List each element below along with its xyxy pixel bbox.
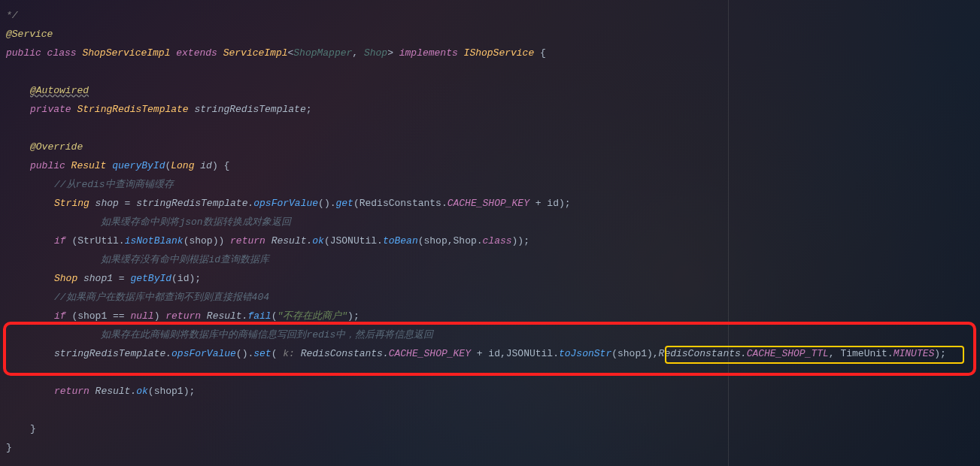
code-line[interactable]: // 如果缓存命中则将json数据转换成对象返回 — [6, 213, 980, 231]
code-line[interactable]: if (shop1 == null) return Result.fail("不… — [6, 307, 980, 325]
blank-line[interactable] — [6, 401, 980, 419]
blank-line[interactable] — [6, 119, 980, 138]
code-line[interactable]: public class ShopServiceImpl extends Ser… — [6, 44, 980, 62]
code-line[interactable]: } — [6, 419, 980, 438]
code-line[interactable]: if (StrUtil.isNotBlank(shop)) return Res… — [6, 231, 980, 250]
code-line[interactable]: //如果商户在数据库中都查询不到则直接报错404 — [6, 288, 980, 307]
code-editor[interactable]: */ @Service public class ShopServiceImpl… — [0, 0, 980, 457]
code-line[interactable]: private StringRedisTemplate stringRedisT… — [6, 100, 980, 119]
param-hint: k: — [283, 348, 300, 359]
code-line[interactable]: */ — [6, 6, 980, 25]
code-line[interactable]: //从redis中查询商铺缓存 — [6, 175, 980, 194]
code-line[interactable]: stringRedisTemplate.opsForValue().set( k… — [6, 344, 980, 363]
code-line[interactable]: @Override — [6, 138, 980, 156]
code-line[interactable]: Shop shop1 = getById(id); — [6, 269, 980, 288]
code-line[interactable]: @Autowired — [6, 81, 980, 100]
code-line[interactable]: } — [6, 438, 980, 457]
code-line[interactable]: String shop = stringRedisTemplate.opsFor… — [6, 194, 980, 213]
code-line[interactable]: // 如果缓存没有命中则根据id查询数据库 — [6, 250, 980, 269]
code-line[interactable]: public Result queryById(Long id) { — [6, 156, 980, 175]
code-line[interactable]: return Result.ok(shop1); — [6, 382, 980, 401]
code-line[interactable]: @Service — [6, 25, 980, 44]
code-line[interactable]: // 如果存在此商铺则将数据库中的商铺信息写回到redis中，然后再将信息返回 — [6, 325, 980, 344]
blank-line[interactable] — [6, 363, 980, 382]
blank-line[interactable] — [6, 62, 980, 81]
